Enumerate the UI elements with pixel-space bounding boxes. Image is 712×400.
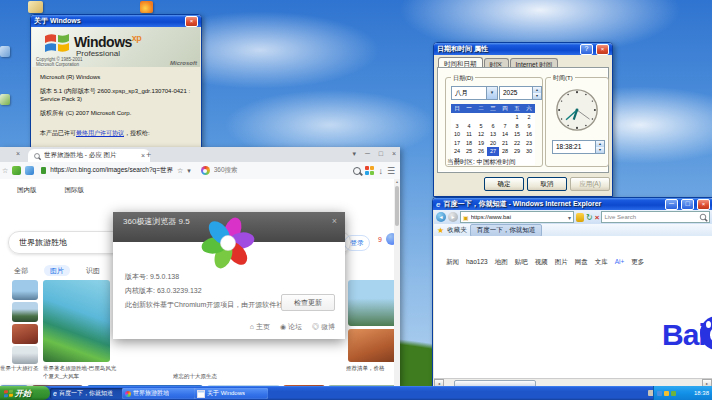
filter-tab[interactable]: 识图 — [80, 265, 106, 276]
calendar-day[interactable]: 19 — [475, 139, 487, 148]
eula-link[interactable]: 最终用户许可协议 — [76, 130, 124, 136]
help-icon[interactable]: ? — [580, 44, 593, 55]
tray-icon-network[interactable] — [657, 391, 662, 396]
year-spin-buttons[interactable]: ▴▾ — [532, 87, 541, 99]
calendar-day[interactable]: 11 — [463, 130, 475, 139]
about-360-link[interactable]: ⌂ 主页 — [250, 323, 270, 330]
tray-icon-update[interactable] — [671, 391, 676, 396]
about-360-link[interactable]: ◉ 论坛 — [280, 323, 302, 330]
calendar-day[interactable]: 18 — [463, 139, 475, 148]
apps-grid-icon[interactable] — [365, 166, 374, 175]
calendar-day[interactable]: 10 — [451, 130, 463, 139]
forward-button[interactable]: ▸ — [448, 212, 458, 222]
ok-button[interactable]: 确定 — [484, 177, 524, 191]
check-update-button[interactable]: 检查更新 — [281, 294, 335, 311]
calendar-day[interactable]: 15 — [511, 130, 523, 139]
calendar-day[interactable]: 7 — [499, 122, 511, 131]
scroll-up-icon[interactable]: ▴ — [394, 179, 400, 184]
refresh-icon[interactable]: ↻ — [586, 213, 593, 222]
calendar-day[interactable]: 1 — [511, 113, 523, 122]
360-search-icon[interactable] — [201, 166, 210, 175]
filter-tab[interactable]: 全部 — [8, 265, 34, 276]
baidu-nav-link[interactable]: 新闻 — [446, 258, 459, 265]
baidu-nav-link[interactable]: 贴吧 — [515, 258, 528, 265]
engine-label[interactable]: 360搜索 — [214, 166, 238, 175]
desktop-icon-360[interactable] — [140, 1, 153, 13]
chevron-down-icon[interactable]: ▾ — [568, 214, 571, 221]
image-thumbnail[interactable] — [348, 280, 400, 326]
menu-icon[interactable]: ☰ — [387, 166, 395, 176]
baidu-nav-link[interactable]: 文库 — [595, 258, 608, 265]
partial-icon[interactable]: ☆ — [2, 167, 8, 175]
tab-close-icon[interactable]: × — [141, 152, 145, 159]
desktop-icon-documents[interactable] — [28, 1, 43, 13]
calendar-day[interactable] — [499, 113, 511, 122]
search-icon[interactable] — [700, 214, 706, 220]
login-button[interactable]: 登录 — [344, 235, 370, 251]
bookmark-star-icon[interactable]: ☆ — [177, 167, 183, 175]
calendar-day[interactable]: 8 — [511, 122, 523, 131]
image-thumbnail[interactable] — [12, 302, 38, 322]
close-icon[interactable]: × — [185, 16, 198, 27]
region-tab[interactable]: 国内版 — [10, 184, 44, 197]
ie-titlebar[interactable]: e 百度一下，你就知道 - Windows Internet Explorer … — [433, 198, 712, 210]
toolbar-search-icon[interactable] — [353, 167, 361, 175]
baidu-nav-link[interactable]: 图片 — [555, 258, 568, 265]
image-thumbnail[interactable] — [348, 329, 400, 362]
calendar-day[interactable]: 23 — [523, 139, 535, 148]
back-button[interactable]: ◂ — [436, 212, 446, 222]
apply-button[interactable]: 应用(A) — [570, 177, 610, 191]
address-bar[interactable]: ▣ https://www.bai ▾ — [460, 211, 574, 223]
calendar-day[interactable]: 29 — [511, 147, 523, 156]
calendar-day[interactable]: 17 — [451, 139, 463, 148]
datetime-titlebar[interactable]: 日期和时间 属性 ? × — [434, 43, 612, 55]
scrollbar-thumb[interactable] — [395, 186, 399, 226]
calendar-day[interactable]: 28 — [499, 147, 511, 156]
close-icon[interactable]: × — [332, 216, 337, 226]
ie-page-tab[interactable]: 百度一下，你就知道 — [470, 224, 543, 237]
calendar-day[interactable]: 30 — [523, 147, 535, 156]
taskbar-item-ie[interactable]: e 百度一下，你就知道 — [50, 388, 124, 399]
vertical-scrollbar[interactable]: ▴ — [394, 179, 400, 386]
browser-tab[interactable]: 世界旅游胜地 - 必应 图片 × — [28, 149, 150, 162]
baidu-nav-link[interactable]: 网盘 — [575, 258, 588, 265]
filter-tab[interactable]: 图片 — [44, 265, 70, 276]
calendar-day[interactable]: 3 — [451, 122, 463, 131]
calendar-day[interactable] — [463, 113, 475, 122]
calendar-day[interactable] — [475, 113, 487, 122]
baidu-nav-link[interactable]: hao123 — [466, 258, 488, 265]
ghost-tab-close-icon[interactable]: × — [16, 150, 20, 157]
close-icon[interactable]: × — [596, 44, 609, 55]
calendar-day[interactable]: 27 — [487, 147, 499, 156]
calendar-day[interactable]: 16 — [523, 130, 535, 139]
minimize-icon[interactable]: ─ — [365, 150, 370, 157]
cancel-button[interactable]: 取消 — [527, 177, 567, 191]
calendar-day[interactable]: 12 — [475, 130, 487, 139]
ie-search-box[interactable]: Live Search — [601, 211, 710, 223]
extension-icon-blue[interactable] — [25, 166, 34, 175]
about-360-link[interactable]: ◎ 微博 — [312, 323, 335, 330]
close-icon[interactable]: × — [697, 199, 710, 210]
calendar-day[interactable] — [487, 113, 499, 122]
calendar-day[interactable]: 5 — [475, 122, 487, 131]
image-caption[interactable]: 世界十大旅行圣 — [0, 365, 40, 372]
desktop-icon-left-2[interactable] — [0, 94, 10, 105]
extension-icon-green[interactable] — [12, 166, 21, 175]
calendar-day[interactable]: 22 — [511, 139, 523, 148]
month-select[interactable]: 八月 ▾ — [451, 86, 498, 100]
calendar-day[interactable]: 14 — [499, 130, 511, 139]
calendar-day[interactable]: 6 — [487, 122, 499, 131]
chevron-down-icon[interactable]: ▾ — [187, 167, 191, 175]
url-text[interactable]: https://cn.bing.com/images/search?q=世界 — [50, 166, 173, 175]
image-thumbnail[interactable] — [12, 280, 38, 300]
maximize-icon[interactable]: □ — [379, 150, 383, 157]
about-windows-titlebar[interactable]: 关于 Windows × — [31, 15, 201, 27]
image-caption[interactable]: 难忘的十大原生态 — [173, 373, 253, 380]
calendar-day[interactable]: 21 — [499, 139, 511, 148]
calendar-day[interactable]: 13 — [487, 130, 499, 139]
image-thumbnail[interactable] — [12, 346, 38, 364]
favorites-label[interactable]: 收藏夹 — [447, 226, 467, 235]
tray-icon-security[interactable] — [664, 391, 669, 396]
calendar-day[interactable]: 24 — [451, 147, 463, 156]
chevron-down-icon[interactable]: ▾ — [486, 87, 497, 99]
